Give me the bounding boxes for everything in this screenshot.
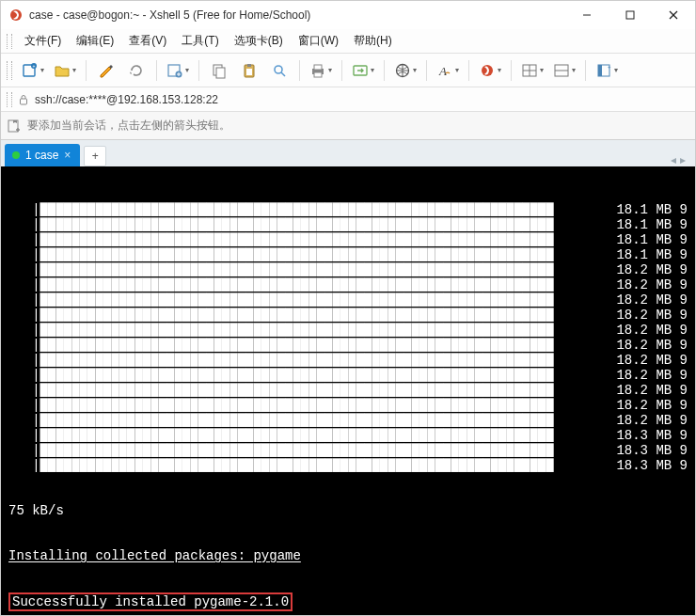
minimize-button[interactable] (565, 1, 609, 29)
menu-file[interactable]: 文件(F) (18, 30, 68, 52)
menu-tools[interactable]: 工具(T) (175, 30, 225, 52)
address-text[interactable]: ssh://case:****@192.168.153.128:22 (35, 93, 218, 106)
maximize-button[interactable] (609, 1, 652, 29)
progress-row: |███████████████████████████████████████… (8, 202, 688, 217)
progress-bar: |███████████████████████████████████████… (8, 443, 605, 458)
progress-row: |███████████████████████████████████████… (8, 383, 688, 398)
highlight-button[interactable] (92, 57, 120, 84)
progress-bar: |███████████████████████████████████████… (8, 353, 605, 368)
progress-bar: |███████████████████████████████████████… (8, 277, 605, 292)
progress-value: 18.1 MB 9 (605, 232, 688, 247)
toolbar-grip[interactable] (7, 61, 12, 80)
svg-text:+: + (33, 63, 36, 69)
progress-value: 18.2 MB 9 (605, 277, 688, 292)
transfer-button[interactable]: ▾ (348, 57, 378, 84)
progress-row: |███████████████████████████████████████… (8, 428, 688, 443)
progress-value: 18.3 MB 9 (605, 443, 688, 458)
color-scheme-button[interactable]: ▾ (475, 57, 505, 84)
progress-value: 18.2 MB 9 (605, 292, 688, 308)
progress-value: 18.2 MB 9 (605, 413, 688, 428)
progress-value: 18.1 MB 9 (605, 217, 688, 232)
progress-bar: |███████████████████████████████████████… (8, 368, 605, 383)
svg-rect-2 (626, 11, 634, 19)
progress-bar: |███████████████████████████████████████… (8, 262, 605, 277)
paste-button[interactable] (235, 57, 263, 84)
open-button[interactable]: ▾ (50, 57, 80, 84)
svg-rect-30 (598, 65, 602, 76)
menubar-grip[interactable] (7, 34, 12, 49)
tab-add-button[interactable]: + (84, 146, 106, 166)
font-button[interactable]: A▾ (433, 57, 463, 84)
progress-row: |███████████████████████████████████████… (8, 413, 688, 428)
close-button[interactable] (652, 1, 695, 29)
window-buttons (565, 1, 695, 29)
layout-button[interactable]: ▾ (517, 57, 547, 84)
address-bar: ssh://case:****@192.168.153.128:22 (1, 87, 695, 112)
menu-edit[interactable]: 编辑(E) (70, 30, 120, 52)
progress-row: |███████████████████████████████████████… (8, 368, 688, 383)
svg-rect-13 (247, 64, 251, 67)
term-success: Successfully installed pygame-2.1.0 (12, 594, 289, 609)
properties-button[interactable]: ▾ (163, 57, 193, 84)
progress-value: 18.3 MB 9 (605, 428, 688, 443)
reconnect-button[interactable] (122, 57, 150, 84)
find-button[interactable] (265, 57, 293, 84)
layout2-button[interactable]: ▾ (549, 57, 579, 84)
svg-point-15 (275, 66, 282, 73)
tab-nav: ◂ ▸ (671, 153, 691, 166)
tab-strip: 1 case × + ◂ ▸ (1, 140, 695, 166)
progress-row: |███████████████████████████████████████… (8, 292, 688, 308)
progress-bar: |███████████████████████████████████████… (8, 217, 605, 232)
hint-add-icon[interactable] (7, 118, 22, 134)
progress-row: |███████████████████████████████████████… (8, 217, 688, 232)
progress-value: 18.2 MB 9 (605, 353, 688, 368)
progress-bar: |███████████████████████████████████████… (8, 202, 605, 217)
progress-row: |███████████████████████████████████████… (8, 232, 688, 247)
app-icon (8, 8, 24, 23)
new-session-button[interactable]: +▾ (18, 57, 48, 84)
status-dot-icon (12, 151, 20, 159)
window-title: case - case@bogon:~ - Xshell 5 (Free for… (29, 8, 565, 22)
tab-nav-left-icon[interactable]: ◂ (671, 153, 676, 166)
print-button[interactable]: ▾ (306, 57, 336, 84)
menu-view[interactable]: 查看(V) (122, 30, 173, 52)
svg-text:A: A (438, 64, 447, 78)
svg-line-16 (281, 72, 285, 76)
menu-window[interactable]: 窗口(W) (292, 30, 345, 52)
menu-tabs[interactable]: 选项卡(B) (228, 30, 290, 52)
progress-bar: |███████████████████████████████████████… (8, 398, 605, 413)
progress-bar: |███████████████████████████████████████… (8, 308, 605, 323)
term-success-highlight: Successfully installed pygame-2.1.0 (8, 592, 293, 611)
progress-bar: |███████████████████████████████████████… (8, 247, 605, 262)
tab-close-icon[interactable]: × (64, 149, 71, 162)
lock-icon (18, 94, 29, 105)
progress-value: 18.2 MB 9 (605, 398, 688, 413)
progress-value: 18.2 MB 9 (605, 308, 688, 323)
progress-value: 18.2 MB 9 (605, 383, 688, 398)
progress-value: 18.2 MB 9 (605, 368, 688, 383)
progress-bar: |███████████████████████████████████████… (8, 338, 605, 353)
toolbar: +▾ ▾ ▾ ▾ ▾ ▾ A▾ ▾ ▾ ▾ +▾ (1, 54, 695, 87)
progress-bar: |███████████████████████████████████████… (8, 458, 605, 473)
svg-rect-18 (314, 65, 322, 70)
hint-text: 要添加当前会话，点击左侧的箭头按钮。 (27, 118, 230, 134)
progress-value: 18.2 MB 9 (605, 338, 688, 353)
progress-value: 18.1 MB 9 (605, 247, 688, 262)
addressbar-grip[interactable] (7, 92, 12, 107)
sidebar-button[interactable]: +▾ (592, 57, 622, 84)
encoding-button[interactable]: ▾ (390, 57, 420, 84)
svg-rect-14 (246, 69, 252, 75)
terminal[interactable]: |███████████████████████████████████████… (1, 166, 695, 615)
progress-bar: |███████████████████████████████████████… (8, 232, 605, 247)
menu-help[interactable]: 帮助(H) (347, 30, 399, 52)
progress-value: 18.2 MB 9 (605, 323, 688, 338)
copy-button[interactable] (205, 57, 233, 84)
progress-row: |███████████████████████████████████████… (8, 353, 688, 368)
term-rate: 75 kB/s (8, 503, 688, 518)
svg-rect-11 (216, 68, 225, 78)
svg-rect-19 (314, 72, 322, 77)
tab-session-1[interactable]: 1 case × (5, 144, 80, 166)
progress-row: |███████████████████████████████████████… (8, 308, 688, 323)
progress-bar: |███████████████████████████████████████… (8, 383, 605, 398)
tab-nav-right-icon[interactable]: ▸ (680, 153, 686, 166)
